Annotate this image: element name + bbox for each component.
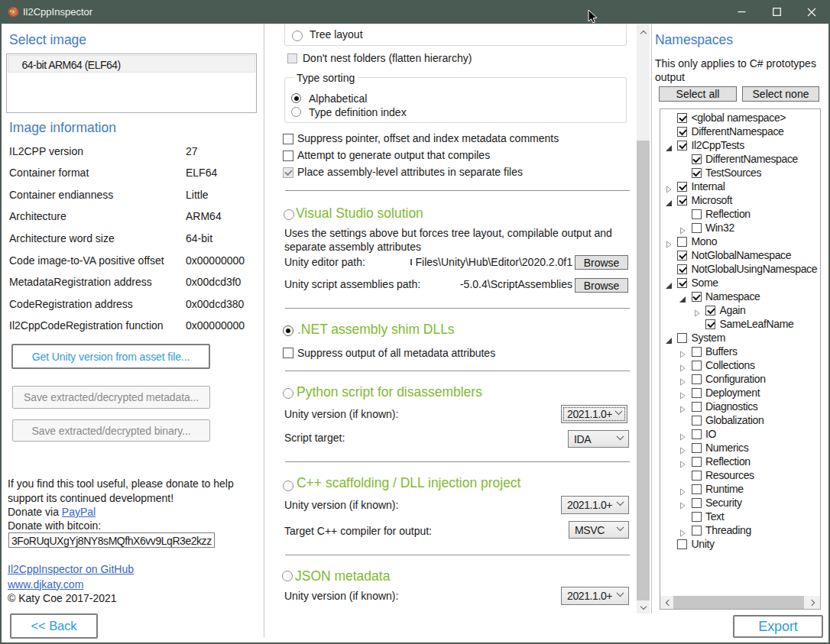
tree-collapsed-icon[interactable] [679, 389, 687, 397]
python-script-radio[interactable] [283, 388, 293, 399]
tree-item-checkbox[interactable] [677, 264, 687, 274]
compiler-select[interactable]: MSVC [569, 521, 629, 539]
tree-item[interactable]: Unity [660, 538, 820, 552]
tree-item-checkbox[interactable] [677, 113, 687, 123]
tree-item-checkbox[interactable] [677, 539, 687, 549]
dotnet-shim-radio[interactable] [283, 325, 293, 336]
tree-collapsed-icon[interactable] [666, 238, 673, 246]
export-button[interactable]: Export [733, 615, 823, 638]
middle-scrollbar-up-button[interactable] [637, 25, 650, 38]
tree-expanded-icon[interactable] [666, 141, 673, 150]
json-metadata-radio[interactable] [282, 571, 293, 581]
tree-item[interactable]: Win32 [660, 222, 820, 235]
tree-item-checkbox[interactable] [677, 237, 687, 247]
dont-nest-checkbox[interactable] [287, 53, 297, 63]
editor-path-field[interactable]: Files\Unity\Hub\Editor\2020.2.0f1 [410, 256, 572, 269]
get-unity-version-button[interactable]: Get Unity version from asset file... [11, 344, 210, 369]
tree-item[interactable]: Mono [660, 235, 820, 249]
select-none-button[interactable]: Select none [742, 86, 819, 102]
bitcoin-address-field[interactable]: 3FoRUqUXgYj8NY8sMQfhX6vv9LqR3e2kzz [8, 532, 215, 548]
image-list-item-selected[interactable]: 64-bit ARM64 (ELF64) [8, 55, 255, 73]
tree-item[interactable]: Globalization [660, 414, 820, 428]
tree-item-checkbox[interactable] [705, 319, 715, 329]
tree-item[interactable]: Configuration [660, 373, 820, 387]
tree-expanded-icon[interactable] [679, 293, 687, 301]
tree-item[interactable]: Again [660, 304, 820, 318]
suppress-output-checkbox[interactable] [283, 348, 293, 358]
tree-item[interactable]: Reflection [660, 208, 820, 222]
json-unity-version-select[interactable]: 2021.1.0+ [561, 587, 629, 605]
tree-item[interactable]: Buffers [660, 345, 820, 359]
tree-item[interactable]: Numerics [660, 442, 820, 455]
tree-item[interactable]: TestSources [660, 167, 820, 180]
tree-item[interactable]: SameLeafName [660, 318, 820, 332]
tree-item[interactable]: NotGlobalUsingNamespace [660, 263, 820, 277]
tree-h-scrollbar-left-button[interactable] [660, 596, 673, 610]
maximize-button[interactable] [760, 0, 794, 24]
save-binary-button[interactable]: Save extracted/decrypted binary... [12, 419, 210, 442]
github-link[interactable]: Il2CppInspector on GitHub [8, 563, 134, 576]
close-button[interactable] [794, 0, 828, 24]
tree-item[interactable]: Text [660, 510, 820, 524]
tree-h-scrollbar-thumb[interactable] [673, 596, 804, 609]
place-attrs-checkbox[interactable] [283, 167, 293, 178]
tree-item[interactable]: Microsoft [660, 194, 820, 208]
tree-item-checkbox[interactable] [692, 443, 702, 453]
image-listbox[interactable]: 64-bit ARM64 (ELF64) [6, 53, 257, 113]
tree-item-checkbox[interactable] [692, 402, 702, 412]
website-link[interactable]: www.djkaty.com [8, 578, 83, 591]
tree-item-checkbox[interactable] [692, 416, 702, 426]
browse-editor-path-button[interactable]: Browse [575, 255, 628, 270]
tree-collapsed-icon[interactable] [679, 361, 687, 370]
tree-item[interactable]: Resources [660, 469, 820, 483]
tree-item-checkbox[interactable] [677, 141, 687, 150]
tree-item[interactable]: Il2CppTests [660, 139, 820, 153]
cpp-scaffolding-radio[interactable] [283, 481, 293, 491]
save-metadata-button[interactable]: Save extracted/decrypted metadata... [12, 386, 210, 409]
script-target-select[interactable]: IDA [568, 430, 629, 448]
tree-collapsed-icon[interactable] [679, 348, 687, 356]
tree-item[interactable]: Collections [660, 359, 820, 373]
tree-collapsed-icon[interactable] [679, 224, 687, 232]
tree-item-checkbox[interactable] [692, 471, 702, 481]
browse-assemblies-path-button[interactable]: Browse [575, 278, 628, 293]
tree-item-checkbox[interactable] [677, 333, 687, 343]
tree-collapsed-icon[interactable] [679, 526, 687, 535]
tree-item-checkbox[interactable] [677, 196, 687, 205]
tree-item[interactable]: DifferentNamespace [660, 153, 820, 167]
assemblies-path-field[interactable]: -5.0.4\ScriptAssemblies [410, 278, 572, 291]
type-definition-radio[interactable] [291, 107, 301, 117]
middle-scrollbar-thumb[interactable] [637, 141, 650, 600]
tree-item-checkbox[interactable] [692, 361, 702, 371]
tree-expanded-icon[interactable] [666, 279, 673, 287]
cpp-unity-version-select[interactable]: 2021.1.0+ [561, 496, 629, 514]
tree-item-checkbox[interactable] [692, 498, 702, 508]
minimize-button[interactable] [725, 0, 759, 24]
tree-item-checkbox[interactable] [692, 154, 702, 164]
tree-item[interactable]: Runtime [660, 483, 820, 497]
tree-expanded-icon[interactable] [666, 334, 673, 342]
tree-item-checkbox[interactable] [692, 292, 702, 302]
tree-item[interactable]: Diagnostics [660, 400, 820, 414]
tree-item-checkbox[interactable] [677, 251, 687, 261]
attempt-compile-checkbox[interactable] [283, 150, 293, 161]
tree-item[interactable]: IO [660, 428, 820, 442]
tree-layout-radio[interactable] [292, 31, 303, 41]
namespaces-tree[interactable]: <global namespace>DifferentNamespaceIl2C… [660, 108, 821, 610]
tree-item-checkbox[interactable] [692, 457, 702, 467]
tree-item-checkbox[interactable] [692, 168, 702, 178]
tree-item[interactable]: NotGlobalNamespace [660, 249, 820, 263]
python-unity-version-select[interactable]: 2021.1.0+ [561, 405, 627, 423]
tree-item-checkbox[interactable] [692, 526, 702, 536]
paypal-link[interactable]: PayPal [62, 506, 96, 518]
tree-item[interactable]: Security [660, 497, 820, 510]
vs-solution-radio[interactable] [284, 209, 294, 220]
back-button[interactable]: << Back [10, 613, 98, 639]
tree-item-checkbox[interactable] [692, 347, 702, 357]
tree-item[interactable]: Namespace [660, 290, 820, 304]
tree-item-checkbox[interactable] [692, 209, 702, 219]
tree-expanded-icon[interactable] [666, 196, 673, 205]
tree-item[interactable]: <global namespace> [660, 112, 820, 125]
tree-item-checkbox[interactable] [705, 306, 715, 316]
tree-item-checkbox[interactable] [692, 223, 702, 233]
